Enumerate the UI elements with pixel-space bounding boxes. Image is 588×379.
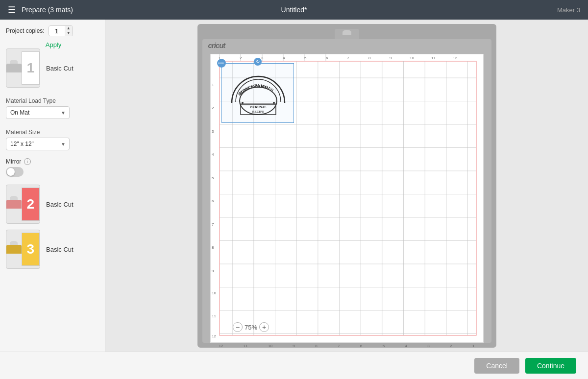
svg-text:5: 5 xyxy=(212,176,214,180)
mat-number-3: 3 xyxy=(22,233,40,266)
canvas-area: cricut xyxy=(105,20,588,352)
svg-text:6: 6 xyxy=(326,56,328,60)
header-center-title: Untitled* xyxy=(281,6,307,14)
material-load-select[interactable]: On Mat Without Mat xyxy=(6,106,70,119)
copies-spinner: ▲ ▼ xyxy=(65,26,73,36)
mat-label-3: Basic Cut xyxy=(46,246,74,253)
header: ☰ Prepare (3 mats) Untitled* Maker 3 xyxy=(0,0,588,20)
mat-container: cricut xyxy=(197,24,496,348)
header-right-label: Maker 3 xyxy=(557,6,580,14)
svg-text:4: 4 xyxy=(212,152,214,157)
svg-text:12: 12 xyxy=(212,334,216,338)
copies-up-button[interactable]: ▲ xyxy=(65,26,73,31)
mirror-info-icon[interactable]: i xyxy=(24,158,31,165)
svg-text:3: 3 xyxy=(261,56,264,60)
zoom-out-button[interactable]: − xyxy=(233,322,243,332)
project-copies-label: Project copies: xyxy=(6,27,45,34)
svg-text:5: 5 xyxy=(304,56,307,60)
svg-text:12: 12 xyxy=(453,56,457,60)
mat-item-2[interactable]: 2 Basic Cut xyxy=(6,185,99,224)
copies-down-button[interactable]: ▼ xyxy=(65,31,73,36)
svg-text:10: 10 xyxy=(410,56,414,60)
svg-point-40 xyxy=(273,102,275,104)
svg-text:7: 7 xyxy=(212,222,214,227)
svg-text:2: 2 xyxy=(212,106,214,110)
svg-text:2: 2 xyxy=(240,56,242,60)
mat-top-handle-1 xyxy=(6,64,22,72)
mat-thumb-1: 1 xyxy=(6,48,40,88)
svg-text:9: 9 xyxy=(212,269,214,273)
bottom-ruler: 121110987654321 xyxy=(210,344,484,348)
svg-text:8: 8 xyxy=(368,56,371,60)
svg-text:8: 8 xyxy=(212,245,214,250)
mat-top-handle-3 xyxy=(6,245,22,254)
material-size-select-wrap: 12" x 12" 12" x 24" ▼ xyxy=(6,138,70,150)
mat-item-3[interactable]: 3 Basic Cut xyxy=(6,230,99,269)
copies-input[interactable] xyxy=(49,26,65,36)
svg-text:RECIPE: RECIPE xyxy=(252,110,264,113)
mirror-row: Mirror i xyxy=(6,158,99,165)
sidebar: Project copies: ▲ ▼ Apply 1 Basic Cut Ma… xyxy=(0,20,105,352)
mat-top-handle-2 xyxy=(6,200,22,209)
material-size-select[interactable]: 12" x 12" 12" x 24" xyxy=(6,138,70,150)
project-copies-row: Project copies: ▲ ▼ xyxy=(6,25,99,36)
mat-thumb-3: 3 xyxy=(6,230,40,269)
cricut-logo: cricut xyxy=(208,41,225,49)
copies-input-wrap: ▲ ▼ xyxy=(49,25,73,36)
menu-icon[interactable]: ☰ xyxy=(8,4,16,15)
mat-number-1: 1 xyxy=(22,51,40,85)
main-layout: Project copies: ▲ ▼ Apply 1 Basic Cut Ma… xyxy=(0,20,588,352)
mat-grid: 1 2 3 4 5 6 7 8 9 10 11 12 1 2 xyxy=(210,54,484,343)
svg-text:11: 11 xyxy=(212,314,216,318)
design-preview-box: ••• ↻ xyxy=(221,63,294,123)
design-content-svg: MOM'S FAMOUS MOM'S FAMOUS xyxy=(222,64,294,123)
mat-label-1: Basic Cut xyxy=(46,65,74,72)
svg-text:6: 6 xyxy=(212,199,214,203)
svg-text:3: 3 xyxy=(212,129,214,134)
material-size-label: Material Size xyxy=(6,129,99,136)
design-options-icon[interactable]: ••• xyxy=(217,59,226,68)
material-load-select-wrap: On Mat Without Mat ▼ xyxy=(6,106,70,119)
apply-button[interactable]: Apply xyxy=(8,41,99,48)
mat-label-2: Basic Cut xyxy=(46,201,74,208)
material-load-type-label: Material Load Type xyxy=(6,97,99,104)
mat-number-2: 2 xyxy=(22,188,40,221)
zoom-in-button[interactable]: + xyxy=(259,322,269,332)
svg-point-39 xyxy=(242,102,244,104)
svg-text:9: 9 xyxy=(390,56,392,60)
mat-thumb-2: 2 xyxy=(6,185,40,224)
svg-text:1: 1 xyxy=(212,83,214,87)
svg-text:7: 7 xyxy=(347,56,349,60)
svg-text:11: 11 xyxy=(431,56,436,60)
design-rotate-icon[interactable]: ↻ xyxy=(254,58,262,66)
mat-item-1[interactable]: 1 Basic Cut xyxy=(6,48,99,88)
mirror-label: Mirror xyxy=(6,158,21,165)
zoom-value: 75% xyxy=(245,324,257,331)
mirror-toggle[interactable] xyxy=(6,167,24,177)
svg-text:4: 4 xyxy=(283,56,285,60)
svg-text:10: 10 xyxy=(212,291,216,295)
footer: Cancel Continue xyxy=(0,352,588,379)
zoom-control: − 75% + xyxy=(233,322,269,332)
mirror-toggle-knob xyxy=(7,168,15,176)
continue-button[interactable]: Continue xyxy=(525,358,576,374)
svg-text:ORIGINAL: ORIGINAL xyxy=(250,105,267,109)
cancel-button[interactable]: Cancel xyxy=(474,358,519,374)
